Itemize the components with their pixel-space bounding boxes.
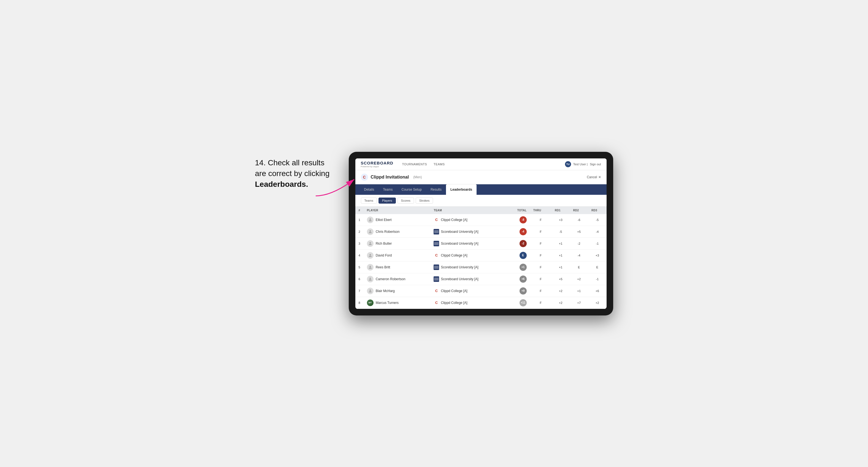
- cell-team: Scoreboard University [A]: [430, 226, 506, 238]
- nav-teams[interactable]: TEAMS: [434, 161, 444, 167]
- cell-team: Scoreboard University [A]: [430, 261, 506, 273]
- cell-total: +9: [506, 285, 530, 297]
- cell-rank: 7: [355, 285, 364, 297]
- tournament-subtitle: (Men): [413, 175, 422, 179]
- col-total: TOTAL: [506, 207, 530, 214]
- svg-rect-10: [434, 243, 438, 244]
- svg-point-12: [369, 254, 371, 255]
- cell-rd3: -4: [588, 226, 607, 238]
- table-row: 3Rich ButlerScoreboard University [A]-2F…: [355, 238, 607, 249]
- cell-player: Chris Robertson: [364, 226, 431, 238]
- score-badge: -2: [520, 240, 527, 247]
- cell-team: CClippd College [A]: [430, 285, 506, 297]
- cell-team: Scoreboard University [A]: [430, 238, 506, 249]
- cell-rd2: +2: [570, 273, 588, 285]
- instruction-text1: Check all results: [268, 158, 324, 167]
- score-badge: -4: [520, 228, 527, 235]
- svg-rect-21: [434, 279, 438, 279]
- tablet-screen: SCOREBOARD Powered by clippd TOURNAMENTS…: [355, 158, 607, 309]
- player-name: Cameron Robertson: [376, 277, 405, 281]
- svg-rect-6: [434, 232, 438, 233]
- team-name: Scoreboard University [A]: [441, 230, 478, 234]
- tournament-title-area: C Clippd Invitational (Men): [361, 174, 422, 181]
- filter-bar: Teams Players Scores Strokes: [355, 195, 607, 207]
- filter-teams[interactable]: Teams: [361, 197, 377, 204]
- cell-total: +1: [506, 261, 530, 273]
- cell-rd1: +1: [552, 249, 570, 261]
- svg-point-2: [369, 230, 371, 231]
- cell-rd2: E: [570, 261, 588, 273]
- player-name: David Ford: [376, 253, 392, 257]
- tab-results[interactable]: Results: [426, 184, 446, 195]
- cell-rank: 4: [355, 249, 364, 261]
- svg-rect-20: [434, 278, 438, 278]
- team-name: Scoreboard University [A]: [441, 277, 478, 281]
- cell-player: MTMarcus Turners: [364, 297, 431, 309]
- sign-out-link[interactable]: Sign out: [590, 162, 601, 166]
- cell-thru: F: [530, 297, 552, 309]
- cell-rank: 6: [355, 273, 364, 285]
- cell-total: E: [506, 249, 530, 261]
- player-avatar: [367, 252, 374, 259]
- team-name: Clippd College [A]: [441, 301, 467, 305]
- table-body: 1Elliot EbertCClippd College [A]-8F+3-6-…: [355, 214, 607, 309]
- tournament-name: Clippd Invitational: [371, 175, 409, 180]
- instruction-text2: are correct by clicking: [255, 169, 330, 178]
- svg-point-7: [369, 242, 371, 243]
- cell-rd3: +6: [588, 285, 607, 297]
- instruction-step: 14.: [255, 158, 266, 167]
- cell-rd1: +1: [552, 261, 570, 273]
- leaderboard-table: # PLAYER TEAM TOTAL THRU RD1 RD2 RD3 1El…: [355, 207, 607, 309]
- cell-thru: F: [530, 226, 552, 238]
- cell-rd2: -4: [570, 249, 588, 261]
- filter-players[interactable]: Players: [378, 197, 396, 204]
- tab-teams[interactable]: Teams: [378, 184, 397, 195]
- col-player: PLAYER: [364, 207, 431, 214]
- cell-rd1: +2: [552, 297, 570, 309]
- tab-leaderboards[interactable]: Leaderboards: [446, 184, 476, 195]
- table-row: 2Chris RobertsonScoreboard University [A…: [355, 226, 607, 238]
- team-name: Clippd College [A]: [441, 253, 467, 257]
- player-name: Rees Britt: [376, 265, 390, 269]
- tab-course-setup[interactable]: Course Setup: [397, 184, 426, 195]
- player-avatar: [367, 288, 374, 294]
- cell-rd2: +7: [570, 297, 588, 309]
- tab-details[interactable]: Details: [360, 184, 379, 195]
- cell-team: CClippd College [A]: [430, 297, 506, 309]
- player-avatar: [367, 276, 374, 282]
- player-name: Blair McHarg: [376, 289, 395, 293]
- cell-total: -8: [506, 214, 530, 226]
- cell-rank: 2: [355, 226, 364, 238]
- player-avatar: [367, 228, 374, 235]
- cell-rank: 8: [355, 297, 364, 309]
- cell-rd1: +2: [552, 285, 570, 297]
- score-badge: +1: [520, 264, 527, 271]
- player-name: Rich Butler: [376, 242, 392, 246]
- logo-text: SCOREBOARD: [361, 161, 393, 165]
- nav-tournaments[interactable]: TOURNAMENTS: [402, 161, 427, 167]
- cell-team: Scoreboard University [A]: [430, 273, 506, 285]
- filter-scores[interactable]: Scores: [398, 197, 414, 204]
- svg-point-18: [369, 277, 371, 279]
- cell-total: -4: [506, 226, 530, 238]
- cell-thru: F: [530, 261, 552, 273]
- tablet-frame: SCOREBOARD Powered by clippd TOURNAMENTS…: [349, 152, 613, 315]
- close-icon: ✕: [598, 175, 601, 179]
- team-logo: C: [434, 253, 439, 258]
- cell-rd2: -6: [570, 214, 588, 226]
- cancel-button[interactable]: Cancel ✕: [587, 175, 601, 179]
- svg-rect-22: [434, 280, 438, 280]
- cell-rd1: +3: [552, 214, 570, 226]
- top-nav: SCOREBOARD Powered by clippd TOURNAMENTS…: [355, 158, 607, 170]
- logo-sub: Powered by clippd: [361, 165, 393, 168]
- svg-rect-16: [434, 267, 438, 268]
- table-row: 8MTMarcus TurnersCClippd College [A]+11F…: [355, 297, 607, 309]
- filter-strokes[interactable]: Strokes: [416, 197, 433, 204]
- table-row: 6Cameron RobertsonScoreboard University …: [355, 273, 607, 285]
- user-name: Test User |: [573, 162, 588, 166]
- cell-rd3: +3: [588, 249, 607, 261]
- svg-rect-11: [434, 244, 438, 245]
- cell-rd2: +1: [570, 285, 588, 297]
- cell-thru: F: [530, 214, 552, 226]
- col-rd1: RD1: [552, 207, 570, 214]
